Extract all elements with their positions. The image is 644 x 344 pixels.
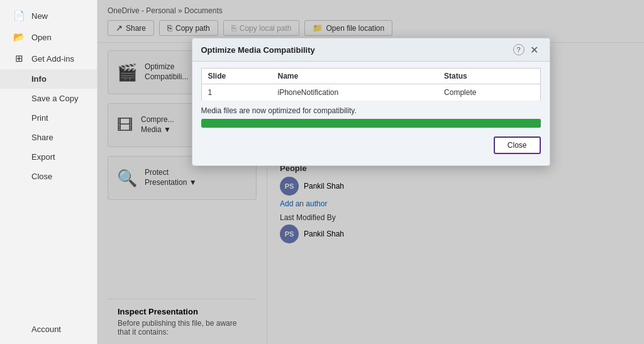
progress-bar-fill <box>201 119 541 128</box>
optimize-modal: Optimize Media Compatibility ? ✕ Slide N… <box>192 38 550 166</box>
sidebar-item-info-label: Info <box>31 74 47 84</box>
sidebar-item-export[interactable]: Export <box>0 147 97 167</box>
sidebar-item-new[interactable]: 📄 New <box>0 5 97 26</box>
sidebar: 📄 New 📂 Open ⊞ Get Add-ins Info Save a C… <box>0 0 97 344</box>
sidebar-item-close-label: Close <box>31 172 52 181</box>
sidebar-item-share-label: Share <box>31 133 53 142</box>
open-icon: 📂 <box>13 31 25 43</box>
sidebar-item-export-label: Export <box>31 152 55 162</box>
modal-status-text: Media files are now optimized for compat… <box>201 106 541 115</box>
sidebar-item-share[interactable]: Share <box>0 128 97 147</box>
sidebar-item-open[interactable]: 📂 Open <box>0 26 97 48</box>
media-table: Slide Name Status 1 iPhoneNotification C… <box>201 68 541 101</box>
modal-header-actions: ? ✕ <box>513 43 541 56</box>
sidebar-item-new-label: New <box>31 11 48 21</box>
sidebar-item-savecopy[interactable]: Save a Copy <box>0 89 97 108</box>
col-status: Status <box>438 69 540 84</box>
addins-icon: ⊞ <box>13 53 25 64</box>
modal-overlay: Optimize Media Compatibility ? ✕ Slide N… <box>97 0 644 344</box>
new-icon: 📄 <box>13 10 25 21</box>
modal-header: Optimize Media Compatibility ? ✕ <box>192 38 550 62</box>
cell-status: Complete <box>438 84 540 101</box>
sidebar-item-print-label: Print <box>31 113 48 123</box>
modal-close-button[interactable]: ✕ <box>528 43 541 56</box>
modal-title: Optimize Media Compatibility <box>201 45 315 55</box>
progress-bar-container <box>201 119 541 128</box>
sidebar-item-print[interactable]: Print <box>0 108 97 128</box>
sidebar-item-info[interactable]: Info <box>0 69 97 89</box>
sidebar-item-addins-label: Get Add-ins <box>31 54 74 64</box>
modal-help-button[interactable]: ? <box>513 44 525 55</box>
table-row: 1 iPhoneNotification Complete <box>201 84 540 101</box>
col-slide: Slide <box>201 69 271 84</box>
cell-slide: 1 <box>201 84 271 101</box>
sidebar-item-close[interactable]: Close <box>0 167 97 186</box>
sidebar-item-account[interactable]: Account <box>0 319 97 339</box>
modal-footer: Close <box>201 134 541 159</box>
sidebar-item-savecopy-label: Save a Copy <box>31 94 78 103</box>
modal-close-action-button[interactable]: Close <box>494 136 541 154</box>
cell-name: iPhoneNotification <box>271 84 438 101</box>
main-area: OneDrive - Personal » Documents ↗ Share … <box>97 0 644 344</box>
col-name: Name <box>271 69 438 84</box>
sidebar-item-getaddins[interactable]: ⊞ Get Add-ins <box>0 48 97 69</box>
sidebar-item-account-label: Account <box>31 325 61 334</box>
sidebar-item-open-label: Open <box>31 33 52 42</box>
modal-body: Slide Name Status 1 iPhoneNotification C… <box>192 62 550 165</box>
